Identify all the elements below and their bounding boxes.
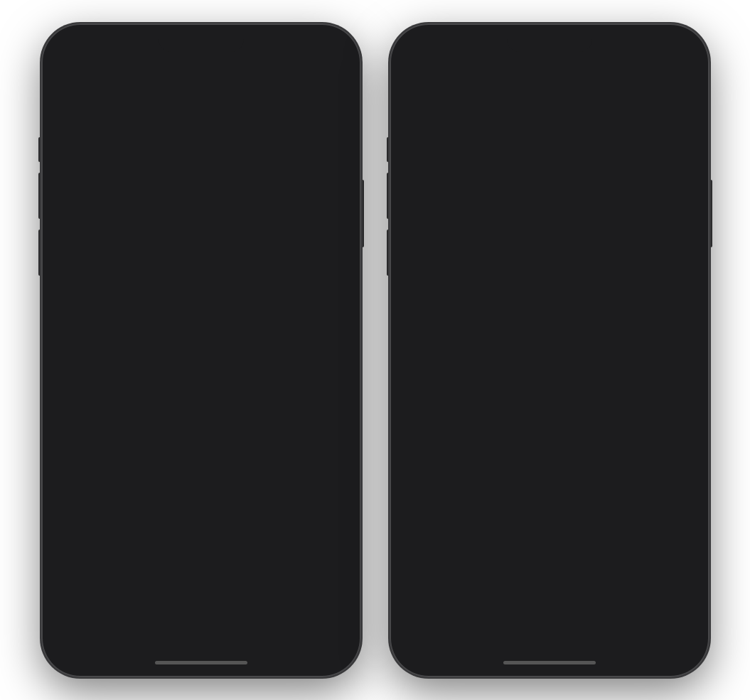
- photo-info-section: Monday • May 30, 2022 • 9:23 AM Adjust ☁…: [51, 416, 351, 461]
- siri-knowledge-header: Siri Knowledge Show More: [411, 378, 688, 413]
- lookup-label: Look Up – Plant ›: [97, 383, 189, 396]
- delete-button[interactable]: 🗑: [295, 640, 309, 656]
- knowledge-item-hardy[interactable]: Hardy fuchsia Fuchsia magellanica, commo…: [411, 491, 688, 570]
- fuchsia-chevron-icon: ›: [676, 446, 680, 458]
- device-name: Apple iPhone 13 Pro: [74, 477, 172, 489]
- sheet-handle: [537, 338, 562, 340]
- similar-image-3[interactable]: [551, 605, 618, 655]
- hardy-source: Wikipedia: [468, 553, 668, 561]
- dot-indicator: [547, 319, 552, 323]
- right-phone: 🌿 Results ✕ Siri Knowledge Show More: [390, 23, 709, 677]
- filename-text: IMG_4241: [80, 440, 126, 451]
- lookup-label-text: Look Up –: [97, 383, 151, 395]
- favorite-button[interactable]: ♡: [159, 639, 173, 657]
- format-badge: JPEG: [279, 478, 309, 489]
- power-button[interactable]: [361, 180, 364, 247]
- photo-image-left[interactable]: [51, 33, 351, 332]
- fuchsia-title: Fuchsia: [468, 421, 668, 434]
- mute-button[interactable]: [38, 137, 41, 162]
- bottom-toolbar: ⬆ ♡ ✦i 🗑: [51, 628, 351, 667]
- similar-image-2[interactable]: [481, 605, 548, 655]
- caption-field[interactable]: Add a Caption: [51, 332, 351, 370]
- shutter-value: 1/181 s: [278, 533, 328, 546]
- similar-image-4[interactable]: [621, 605, 688, 655]
- similar-title: Similar Web Images: [411, 581, 688, 598]
- visual-lookup-icon: 🌿: [528, 149, 571, 191]
- hardy-info: Hardy fuchsia Fuchsia magellanica, commo…: [468, 500, 668, 561]
- cloud-icon: ☁: [65, 440, 75, 451]
- fuchsia-thumbnail: [419, 432, 459, 472]
- lookup-subject: Plant: [154, 383, 182, 395]
- show-more-button[interactable]: Show More: [638, 392, 688, 403]
- iso-value: ISO 50: [74, 533, 125, 546]
- info-badge: i: [233, 637, 243, 647]
- volume-up-button[interactable]: [38, 173, 41, 219]
- vibrant-badge: VIBRANT: [283, 510, 328, 521]
- mp-info: 12 MP • 3024 × 4032 • 3.5 MB: [74, 510, 188, 520]
- similar-image-1[interactable]: [411, 605, 478, 655]
- hardy-description: Fuchsia magellanica, commonly known as t…: [468, 515, 668, 551]
- similar-section: Similar Web Images: [411, 570, 688, 655]
- gear-icon[interactable]: ⚙: [313, 475, 328, 491]
- similar-images-row: [411, 605, 688, 655]
- hardy-thumbnail: [419, 511, 459, 551]
- fuchsia-info: Fuchsia Fuchsia is a genus of flowering …: [468, 421, 668, 483]
- lookup-row[interactable]: 🌿 Look Up – Plant ›: [51, 370, 351, 410]
- hardy-title: Hardy fuchsia: [468, 500, 668, 513]
- volume-up-button-right[interactable]: [387, 173, 390, 219]
- volume-down-button[interactable]: [38, 230, 41, 276]
- left-screen: Add a Caption 🌿 Look Up – Plant › Monday…: [51, 33, 351, 667]
- date-text: Monday • May 30, 2022 • 9:23 AM: [65, 426, 215, 437]
- results-sheet: Results ✕ Siri Knowledge Show More Fuchs…: [400, 332, 700, 667]
- caption-placeholder: Add a Caption: [65, 343, 142, 357]
- leaf-icon: 🌿: [65, 378, 88, 401]
- lookup-chevron-icon: ›: [186, 384, 189, 395]
- ev-value: 0 ev: [176, 533, 227, 546]
- exif-row: ISO 50 26 mm 0 ev ƒ1.5 1/181 s: [74, 527, 328, 546]
- focal-value: 26 mm: [124, 533, 176, 546]
- hardy-chevron-icon: ›: [676, 525, 680, 537]
- knowledge-card: Fuchsia Fuchsia is a genus of flowering …: [411, 413, 688, 571]
- results-title: Results: [431, 352, 668, 366]
- knowledge-item-fuchsia[interactable]: Fuchsia Fuchsia is a genus of flowering …: [411, 413, 688, 491]
- fuchsia-source: Wikipedia: [468, 474, 668, 483]
- siri-knowledge-title: Siri Knowledge: [411, 389, 513, 406]
- fuchsia-description: Fuchsia is a genus of flowering plants t…: [468, 436, 668, 472]
- left-phone: Add a Caption 🌿 Look Up – Plant › Monday…: [41, 23, 361, 677]
- results-header: Results ✕: [400, 343, 700, 378]
- share-button[interactable]: ⬆: [92, 640, 105, 657]
- info-button[interactable]: ✦i: [228, 640, 240, 657]
- volume-down-button-right[interactable]: [387, 230, 390, 276]
- photo-image-right[interactable]: 🌿: [400, 33, 700, 332]
- map-thumbnail[interactable]: [51, 560, 351, 631]
- adjust-button[interactable]: Adjust: [309, 426, 337, 437]
- results-content[interactable]: Siri Knowledge Show More Fuchsia Fuchsia…: [400, 378, 700, 667]
- power-button-right[interactable]: [709, 180, 712, 247]
- camera-details: Wide Camera — 26 mm ƒ1.5: [74, 497, 328, 507]
- device-info-section: Apple iPhone 13 Pro JPEG ⚙ Wide Camera —…: [60, 467, 343, 554]
- aperture-value: ƒ1.5: [227, 533, 278, 546]
- right-screen: 🌿 Results ✕ Siri Knowledge Show More: [400, 33, 700, 667]
- close-button[interactable]: ✕: [668, 349, 688, 369]
- mute-button-right[interactable]: [387, 137, 390, 162]
